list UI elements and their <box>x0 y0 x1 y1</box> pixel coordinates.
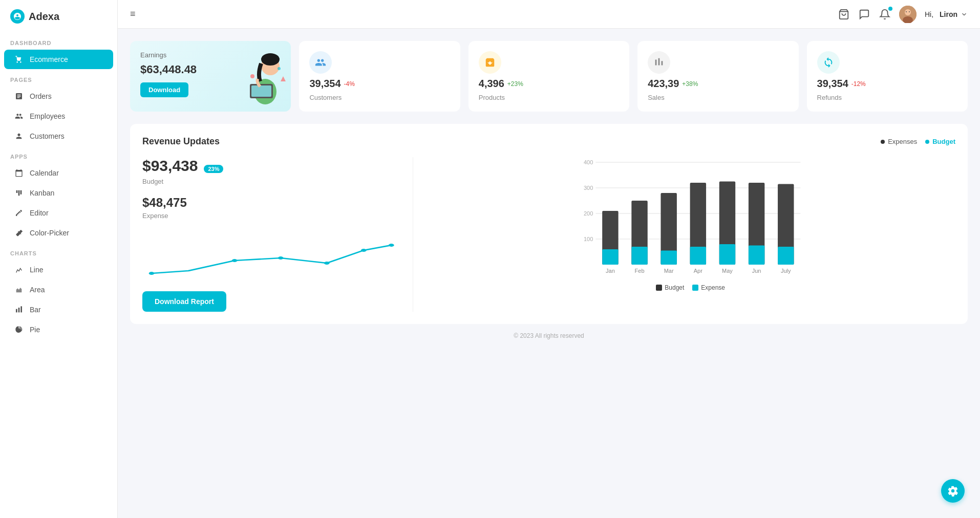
sidebar-item-label-editor: Editor <box>30 209 49 217</box>
topbar-left: ≡ <box>130 9 136 19</box>
budget-amount: $93,438 <box>142 157 198 175</box>
svg-text:Apr: Apr <box>694 268 702 274</box>
sidebar-item-bar[interactable]: Bar <box>4 300 113 319</box>
sidebar-item-label-ecommerce: Ecommerce <box>30 55 68 63</box>
customers-icon <box>309 51 332 74</box>
svg-text:Jan: Jan <box>606 268 615 274</box>
ecommerce-icon <box>14 55 24 64</box>
svg-rect-17 <box>655 60 657 66</box>
budget-badge: 23% <box>204 165 223 173</box>
stat-value-row-refunds: 39,354 -12% <box>817 78 866 90</box>
sidebar-item-employees[interactable]: Employees <box>4 106 113 126</box>
bar-chart-svg: 400300200100JanFebMarAprMayJunJuly <box>425 157 955 280</box>
sidebar-section-apps: APPS <box>0 146 117 163</box>
svg-point-5 <box>905 9 911 15</box>
sidebar-item-label-line: Line <box>30 266 43 274</box>
kanban-icon <box>14 188 24 198</box>
stat-change-customers: -4% <box>344 80 355 88</box>
sidebar-item-line[interactable]: Line <box>4 260 113 279</box>
stat-value-row-products: 4,396 +23% <box>479 78 523 90</box>
line-chart <box>142 230 400 281</box>
stat-value-row-sales: 423,39 +38% <box>648 78 698 90</box>
svg-point-25 <box>389 244 394 247</box>
svg-rect-35 <box>603 249 619 265</box>
bar-icon <box>14 305 24 314</box>
stat-label-sales: Sales <box>648 94 665 101</box>
settings-fab[interactable] <box>941 479 965 503</box>
chart-legend: Expenses Budget <box>881 138 955 145</box>
topbar-right: Hi, Liron <box>838 6 968 23</box>
expense-amount: $48,475 <box>142 196 400 210</box>
notification-badge <box>888 7 892 11</box>
svg-rect-47 <box>719 244 735 265</box>
svg-rect-13 <box>251 85 271 97</box>
chat-icon[interactable] <box>858 8 870 20</box>
editor-icon <box>14 208 24 218</box>
svg-text:200: 200 <box>584 210 593 217</box>
svg-point-14 <box>250 74 254 78</box>
budget-dot <box>925 140 929 144</box>
revenue-section: Revenue Updates Expenses Budget $93,438 <box>130 124 968 324</box>
calendar-icon <box>14 168 24 178</box>
sidebar-item-label-color-picker: Color-Picker <box>30 229 69 237</box>
sidebar-item-label-area: Area <box>30 286 45 294</box>
svg-rect-1 <box>18 308 20 312</box>
stat-value-customers: 39,354 <box>309 78 340 90</box>
svg-point-21 <box>232 259 238 262</box>
sidebar-item-label-orders: Orders <box>30 92 52 100</box>
bar-legend-budget: Budget <box>665 284 684 291</box>
svg-rect-2 <box>20 306 22 312</box>
app-logo[interactable]: Adexa <box>0 0 117 33</box>
sidebar-item-customers[interactable]: Customers <box>4 126 113 146</box>
revenue-left-panel: $93,438 23% Budget $48,475 Expense <box>142 157 413 312</box>
line-icon <box>14 265 24 274</box>
sidebar-item-kanban[interactable]: Kanban <box>4 183 113 203</box>
svg-text:400: 400 <box>584 159 593 165</box>
svg-point-7 <box>906 11 907 12</box>
svg-text:300: 300 <box>584 185 593 191</box>
cart-icon[interactable] <box>838 8 850 20</box>
stat-card-products: 4,396 +23% Products <box>468 41 629 112</box>
svg-rect-44 <box>690 247 706 265</box>
sidebar-item-label-bar: Bar <box>30 306 41 314</box>
refunds-icon <box>817 51 840 74</box>
svg-rect-41 <box>661 251 677 265</box>
sidebar-item-area[interactable]: Area <box>4 280 113 299</box>
download-button[interactable]: Download <box>140 82 188 97</box>
avatar[interactable] <box>899 6 917 23</box>
stat-change-sales: +38% <box>682 80 698 88</box>
sidebar-item-orders[interactable]: Orders <box>4 87 113 106</box>
sidebar-item-label-employees: Employees <box>30 112 65 120</box>
hamburger-icon[interactable]: ≡ <box>130 9 136 19</box>
sidebar-item-ecommerce[interactable]: Ecommerce <box>4 50 113 69</box>
sidebar-item-editor[interactable]: Editor <box>4 203 113 223</box>
sidebar: Adexa DASHBOARDEcommercePAGESOrdersEmplo… <box>0 0 118 518</box>
stat-card-refunds: 39,354 -12% Refunds <box>807 41 968 112</box>
download-report-button[interactable]: Download Report <box>142 291 226 312</box>
sidebar-item-label-pie: Pie <box>30 326 40 334</box>
notification-icon[interactable] <box>879 8 891 20</box>
area-icon <box>14 285 24 294</box>
stat-label-refunds: Refunds <box>817 94 842 101</box>
bar-chart-panel: 400300200100JanFebMarAprMayJunJuly Budge… <box>413 157 955 312</box>
color-picker-icon <box>14 228 24 238</box>
pie-icon <box>14 325 24 334</box>
earnings-card: Earnings $63,448.48 Download <box>130 41 291 112</box>
sidebar-item-color-picker[interactable]: Color-Picker <box>4 223 113 243</box>
sidebar-item-label-kanban: Kanban <box>30 189 54 197</box>
sidebar-section-dashboard: DASHBOARD <box>0 33 117 49</box>
sidebar-item-pie[interactable]: Pie <box>4 320 113 339</box>
stat-value-sales: 423,39 <box>648 78 679 90</box>
legend-expenses: Expenses <box>881 138 917 145</box>
expense-label: Expense <box>142 212 400 220</box>
sales-icon <box>648 51 670 74</box>
sidebar-item-label-calendar: Calendar <box>30 169 59 177</box>
svg-point-11 <box>261 53 280 66</box>
sidebar-item-calendar[interactable]: Calendar <box>4 163 113 183</box>
expenses-dot <box>881 140 885 144</box>
main-area: ≡ <box>118 0 980 518</box>
stat-value-refunds: 39,354 <box>817 78 848 90</box>
stat-value-row-customers: 39,354 -4% <box>309 78 355 90</box>
sidebar-section-pages: PAGES <box>0 70 117 86</box>
svg-point-24 <box>361 249 367 252</box>
